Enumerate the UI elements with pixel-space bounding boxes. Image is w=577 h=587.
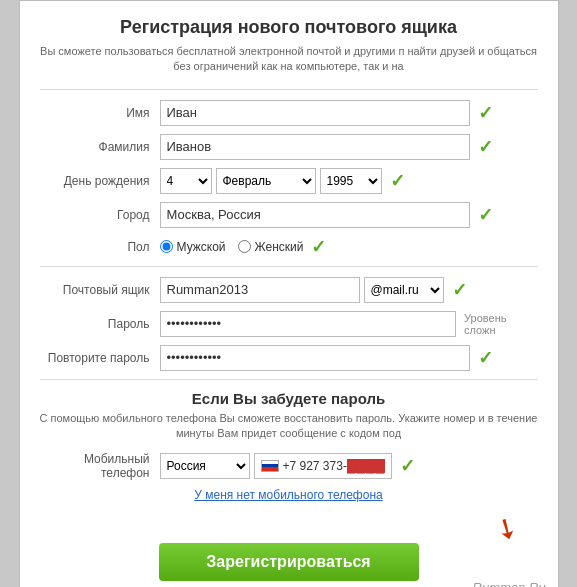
gender-female-radio[interactable] xyxy=(238,240,251,253)
repeat-label: Повторите пароль xyxy=(40,351,160,365)
surname-label: Фамилия xyxy=(40,140,160,154)
surname-check-icon: ✓ xyxy=(478,136,493,158)
email-check-icon: ✓ xyxy=(452,279,467,301)
birthday-inputs: 4 Февраль 1995 xyxy=(160,168,382,194)
birthday-check-icon: ✓ xyxy=(390,170,405,192)
gender-male-label[interactable]: Мужской xyxy=(160,240,226,254)
password-hint: Уровень сложн xyxy=(464,312,537,336)
email-domain-select[interactable]: @mail.ru @inbox.ru @list.ru @bk.ru xyxy=(364,277,444,303)
phone-masked: ████ xyxy=(347,459,385,473)
password-row: Пароль Уровень сложн xyxy=(40,311,538,337)
city-input[interactable] xyxy=(160,202,470,228)
gender-label: Пол xyxy=(40,240,160,254)
arrow-area: ➘ xyxy=(40,512,538,545)
phone-section-title: Если Вы забудете пароль xyxy=(40,390,538,407)
phone-inputs: Россия +7 927 373-████ xyxy=(160,453,392,479)
divider-top xyxy=(40,89,538,90)
gender-male-text: Мужской xyxy=(177,240,226,254)
birthday-label: День рождения xyxy=(40,174,160,188)
phone-section-desc: С помощью мобильного телефона Вы сможете… xyxy=(40,411,538,442)
name-row: Имя ✓ xyxy=(40,100,538,126)
gender-female-text: Женский xyxy=(255,240,304,254)
phone-country-select[interactable]: Россия xyxy=(160,453,250,479)
gender-male-radio[interactable] xyxy=(160,240,173,253)
name-label: Имя xyxy=(40,106,160,120)
city-check-icon: ✓ xyxy=(478,204,493,226)
gender-check-icon: ✓ xyxy=(311,236,326,258)
form-title: Регистрация нового почтового ящика xyxy=(40,17,538,38)
registration-form: Регистрация нового почтового ящика Вы см… xyxy=(19,0,559,587)
phone-number-display: +7 927 373-████ xyxy=(254,453,392,479)
birthday-row: День рождения 4 Февраль 1995 ✓ xyxy=(40,168,538,194)
password-input[interactable] xyxy=(160,311,457,337)
email-label: Почтовый ящик xyxy=(40,283,160,297)
gender-female-label[interactable]: Женский xyxy=(238,240,304,254)
form-subtitle: Вы сможете пользоваться бесплатной элект… xyxy=(40,44,538,75)
repeat-check-icon: ✓ xyxy=(478,347,493,369)
email-name-input[interactable] xyxy=(160,277,360,303)
no-phone-link[interactable]: У меня нет мобильного телефона xyxy=(40,488,538,502)
birthday-month-select[interactable]: Февраль xyxy=(216,168,316,194)
repeat-password-row: Повторите пароль ✓ xyxy=(40,345,538,371)
phone-check-icon: ✓ xyxy=(400,455,415,477)
surname-row: Фамилия ✓ xyxy=(40,134,538,160)
phone-prefix: +7 927 373- xyxy=(283,459,347,473)
divider-phone xyxy=(40,379,538,380)
city-row: Город ✓ xyxy=(40,202,538,228)
arrow-icon: ➘ xyxy=(488,508,524,548)
phone-label: Мобильный телефон xyxy=(40,452,160,480)
russian-flag-icon xyxy=(261,460,279,472)
birthday-day-select[interactable]: 4 xyxy=(160,168,212,194)
divider-mid xyxy=(40,266,538,267)
register-button[interactable]: Зарегистрироваться xyxy=(159,543,419,581)
watermark: Rumman.Ru xyxy=(473,580,546,587)
name-input[interactable] xyxy=(160,100,470,126)
repeat-password-input[interactable] xyxy=(160,345,470,371)
city-label: Город xyxy=(40,208,160,222)
birthday-year-select[interactable]: 1995 xyxy=(320,168,382,194)
phone-row: Мобильный телефон Россия +7 927 373-████… xyxy=(40,452,538,480)
email-inputs: @mail.ru @inbox.ru @list.ru @bk.ru xyxy=(160,277,444,303)
surname-input[interactable] xyxy=(160,134,470,160)
gender-row: Пол Мужской Женский ✓ xyxy=(40,236,538,258)
gender-options: Мужской Женский xyxy=(160,240,304,254)
email-row: Почтовый ящик @mail.ru @inbox.ru @list.r… xyxy=(40,277,538,303)
name-check-icon: ✓ xyxy=(478,102,493,124)
password-label: Пароль xyxy=(40,317,160,331)
